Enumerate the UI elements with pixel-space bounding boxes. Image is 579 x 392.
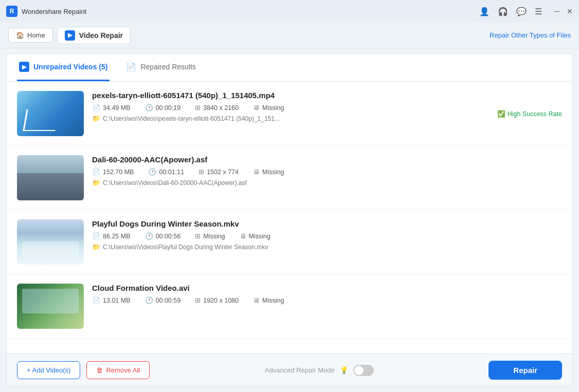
tab-repaired-icon: 📄: [126, 62, 136, 72]
file-size: 📄 86.25 MB: [92, 232, 131, 240]
resolution: ⊞ 1920 x 1080: [195, 296, 239, 304]
file-size-value: 13.01 MB: [103, 297, 131, 304]
duration: 🕐 00:00:19: [145, 104, 181, 111]
video-thumbnail: [17, 155, 84, 200]
file-size: 📄 34.49 MB: [92, 104, 131, 111]
resolution-value: Missing: [203, 233, 225, 240]
folder-icon: 📁: [92, 115, 100, 122]
folder-icon: 📁: [92, 243, 100, 251]
clock-icon: 🕐: [145, 104, 153, 111]
video-path: 📁 C:\Users\ws\Videos\pexels-taryn-elliot…: [92, 115, 562, 122]
advanced-mode-toggle[interactable]: [353, 365, 374, 376]
resolution: ⊞ 1502 x 774: [198, 168, 239, 176]
duration: 🕐 00:00:59: [145, 296, 181, 304]
resolution: ⊞ 3840 x 2160: [195, 104, 239, 111]
file-icon: 📄: [92, 232, 100, 240]
duration-value: 00:01:11: [159, 169, 184, 176]
duration-value: 00:00:59: [156, 297, 181, 304]
app-title: Wondershare Repairit: [22, 8, 86, 15]
file-size-value: 152.70 MB: [103, 169, 134, 176]
nav-left: 🏠 Home ▶ Video Repair: [8, 27, 131, 44]
video-thumbnail: [17, 91, 84, 136]
remove-all-button[interactable]: 🗑 Remove All: [86, 361, 150, 379]
tab-unrepaired[interactable]: ▶ Unrepaired Videos (5): [17, 54, 110, 81]
bottom-center: Advanced Repair Mode 💡: [265, 365, 374, 376]
user-icon[interactable]: 👤: [479, 7, 490, 16]
video-info: Playful Dogs During Winter Season.mkv 📄 …: [92, 219, 562, 251]
tab-unrepaired-label: Unrepaired Videos (5): [33, 63, 107, 71]
video-thumbnail: [17, 219, 84, 265]
audio: 🖥 Missing: [253, 296, 284, 304]
video-item: Playful Dogs During Winter Season.mkv 📄 …: [7, 210, 572, 274]
title-bar-left: R Wondershare Repairit: [6, 6, 86, 17]
close-button[interactable]: ✕: [567, 7, 573, 15]
success-badge: ✅ High Success Rate: [497, 110, 562, 118]
file-icon: 📄: [92, 296, 100, 304]
home-label: Home: [27, 31, 45, 39]
home-icon: 🏠: [16, 31, 24, 39]
path-value: C:\Users\ws\Videos\pexels-taryn-elliott-…: [103, 115, 280, 122]
video-repair-icon: ▶: [65, 30, 75, 41]
video-info: Dali-60-20000-AAC(Apower).asf 📄 152.70 M…: [92, 155, 562, 186]
file-size-value: 34.49 MB: [103, 104, 131, 111]
video-meta: 📄 86.25 MB 🕐 00:00:56 ⊞ Missing 🖥 Missin…: [92, 232, 562, 240]
add-video-button[interactable]: + Add Video(s): [17, 361, 80, 379]
file-size-value: 86.25 MB: [103, 233, 131, 240]
video-name: pexels-taryn-elliott-6051471 (540p)_1_15…: [92, 91, 562, 100]
audio-icon: 🖥: [253, 104, 260, 111]
audio: 🖥 Missing: [240, 232, 270, 240]
video-name: Cloud Formation Video.avi: [92, 284, 562, 292]
path-value: C:\Users\ws\Videos\Dali-60-20000-AAC(Apo…: [103, 179, 247, 186]
title-bar: R Wondershare Repairit 👤 🎧 💬 ☰ ─ ✕: [0, 0, 579, 23]
menu-icon[interactable]: ☰: [535, 7, 542, 16]
info-icon: 💡: [340, 366, 348, 374]
window-controls: ─ ✕: [554, 7, 573, 15]
video-item: Cloud Formation Video.avi 📄 13.01 MB 🕐 0…: [7, 274, 572, 339]
nav-bar: 🏠 Home ▶ Video Repair Repair Other Types…: [0, 23, 579, 48]
audio: 🖥 Missing: [253, 168, 284, 176]
clock-icon: 🕐: [145, 296, 153, 304]
video-name: Playful Dogs During Winter Season.mkv: [92, 219, 562, 228]
video-item: pexels-taryn-elliott-6051471 (540p)_1_15…: [7, 82, 572, 146]
repair-other-link[interactable]: Repair Other Types of Files: [490, 31, 571, 39]
main-content: ▶ Unrepaired Videos (5) 📄 Repaired Resul…: [6, 53, 573, 387]
resolution-value: 1502 x 774: [207, 169, 239, 176]
minimize-button[interactable]: ─: [554, 7, 559, 15]
clock-icon: 🕐: [148, 168, 156, 176]
repair-button[interactable]: Repair: [488, 361, 562, 380]
tab-repaired[interactable]: 📄 Repaired Results: [124, 54, 197, 81]
resolution-icon: ⊞: [198, 168, 204, 176]
video-list: pexels-taryn-elliott-6051471 (540p)_1_15…: [7, 82, 572, 353]
headphone-icon[interactable]: 🎧: [498, 7, 508, 16]
audio-icon: 🖥: [253, 168, 260, 176]
video-name: Dali-60-20000-AAC(Apower).asf: [92, 155, 562, 164]
file-size: 📄 152.70 MB: [92, 168, 134, 176]
video-repair-label: Video Repair: [79, 31, 123, 40]
home-button[interactable]: 🏠 Home: [8, 28, 53, 43]
bottom-left: + Add Video(s) 🗑 Remove All: [17, 361, 150, 379]
tab-repaired-label: Repaired Results: [140, 63, 195, 71]
success-icon: ✅: [497, 110, 505, 118]
duration: 🕐 00:01:11: [148, 168, 184, 176]
path-value: C:\Users\ws\Videos\Playful Dogs During W…: [103, 244, 268, 251]
resolution-icon: ⊞: [195, 296, 201, 304]
success-text: High Success Rate: [508, 110, 562, 117]
remove-all-label: Remove All: [106, 366, 140, 374]
file-size: 📄 13.01 MB: [92, 296, 131, 304]
folder-icon: 📁: [92, 179, 100, 186]
video-path: 📁 C:\Users\ws\Videos\Playful Dogs During…: [92, 243, 562, 251]
video-meta: 📄 34.49 MB 🕐 00:00:19 ⊞ 3840 x 2160 🖥 Mi…: [92, 104, 562, 111]
video-repair-tab[interactable]: ▶ Video Repair: [57, 27, 131, 44]
video-meta: 📄 152.70 MB 🕐 00:01:11 ⊞ 1502 x 774 🖥 Mi…: [92, 168, 562, 176]
resolution-value: 1920 x 1080: [203, 297, 239, 304]
video-info: pexels-taryn-elliott-6051471 (540p)_1_15…: [92, 91, 562, 122]
chat-icon[interactable]: 💬: [516, 7, 527, 16]
audio-value: Missing: [262, 104, 284, 111]
duration-value: 00:00:56: [156, 233, 181, 240]
video-item: Dali-60-20000-AAC(Apower).asf 📄 152.70 M…: [7, 146, 572, 210]
audio-value: Missing: [249, 233, 270, 240]
tabs-row: ▶ Unrepaired Videos (5) 📄 Repaired Resul…: [7, 54, 572, 82]
audio: 🖥 Missing: [253, 104, 284, 111]
trash-icon: 🗑: [96, 366, 103, 374]
resolution-icon: ⊞: [195, 232, 201, 240]
